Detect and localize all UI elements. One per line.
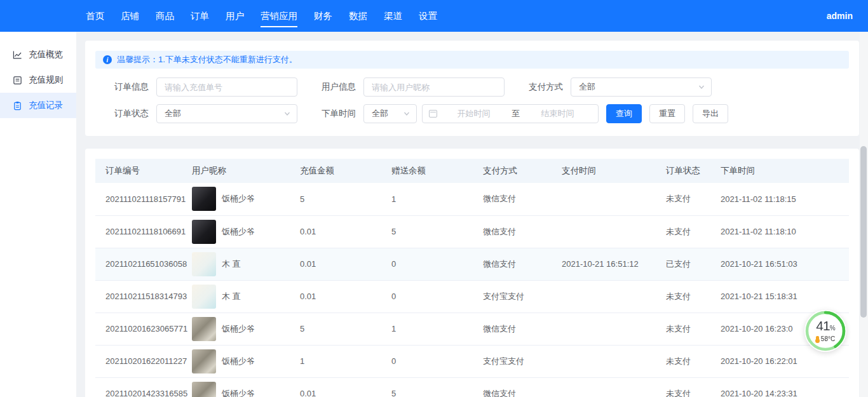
nav-item-home[interactable]: 首页 bbox=[78, 0, 112, 32]
pay-method-cell: 微信支付 bbox=[483, 377, 562, 397]
start-time-placeholder[interactable]: 开始时间 bbox=[440, 108, 508, 119]
bonus-cell: 0 bbox=[391, 345, 483, 377]
reset-button[interactable]: 重置 bbox=[649, 104, 685, 123]
table-row[interactable]: 202110211518314793 木 直 0.01 0 支付宝支付 未支付 … bbox=[95, 280, 849, 313]
pay-time-cell bbox=[562, 183, 666, 215]
amount-cell: 0.01 bbox=[300, 248, 391, 280]
bonus-cell: 0 bbox=[391, 248, 483, 280]
pay-time-cell bbox=[562, 313, 666, 345]
nav-item-finance[interactable]: 财务 bbox=[306, 0, 341, 32]
table-row[interactable]: 202110201622011227 饭桶少爷 1 0 支付宝支付 未支付 20… bbox=[95, 345, 849, 377]
main-content: i 温馨提示：1.下单未支付状态不能重新进行支付。 订单信息 用户信息 支付方式… bbox=[76, 32, 868, 397]
pay-method-label: 支付方式 bbox=[527, 81, 563, 93]
table-header-row: 订单编号 用户昵称 充值金额 赠送余额 支付方式 支付时间 订单状态 下单时间 bbox=[95, 159, 849, 183]
col-nickname: 用户昵称 bbox=[192, 159, 300, 183]
status-cell: 未支付 bbox=[666, 377, 721, 397]
pay-time-cell: 2021-10-21 16:51:12 bbox=[562, 248, 666, 280]
info-icon: i bbox=[103, 55, 112, 64]
system-monitor-widget[interactable]: 41% 58°C bbox=[804, 310, 846, 352]
order-no-cell: 202110201622011227 bbox=[95, 345, 192, 377]
order-info-label: 订单信息 bbox=[113, 81, 149, 93]
rules-doc-icon bbox=[13, 76, 22, 85]
pay-time-cell bbox=[562, 215, 666, 248]
nickname: 木 直 bbox=[222, 291, 241, 302]
search-button[interactable]: 查询 bbox=[606, 104, 642, 123]
page-scrollbar-thumb[interactable] bbox=[860, 146, 867, 318]
bonus-cell: 1 bbox=[391, 313, 483, 345]
order-time-label: 下单时间 bbox=[320, 108, 356, 119]
order-time-select[interactable]: 全部 bbox=[363, 104, 417, 123]
date-range-picker[interactable]: 开始时间 至 结束时间 bbox=[422, 104, 599, 123]
order-info-input[interactable] bbox=[156, 77, 297, 97]
pay-method-cell: 微信支付 bbox=[483, 248, 562, 280]
sidebar-item-label: 充值记录 bbox=[29, 100, 63, 111]
nav-item-marketing-apps[interactable]: 营销应用 bbox=[252, 0, 306, 32]
pay-time-cell bbox=[562, 280, 666, 313]
avatar bbox=[192, 285, 216, 309]
nav-item-goods[interactable]: 商品 bbox=[147, 0, 182, 32]
order-time-cell: 2021-10-21 16:51:03 bbox=[721, 248, 849, 280]
sidebar-item-label: 充值规则 bbox=[29, 74, 63, 86]
bonus-cell: 5 bbox=[391, 215, 483, 248]
sidebar: 充值概览 充值规则 充值记录 bbox=[0, 32, 76, 397]
page-scrollbar-track[interactable] bbox=[860, 32, 868, 397]
user-info-input[interactable] bbox=[363, 77, 505, 97]
chevron-down-icon bbox=[698, 84, 705, 90]
col-amount: 充值金额 bbox=[300, 159, 391, 183]
order-time-value: 全部 bbox=[372, 108, 388, 119]
export-button[interactable]: 导出 bbox=[693, 104, 728, 123]
admin-user-menu[interactable]: admin bbox=[827, 11, 853, 21]
user-info-label: 用户信息 bbox=[320, 81, 356, 93]
status-cell: 未支付 bbox=[666, 183, 721, 215]
pay-method-cell: 微信支付 bbox=[483, 183, 562, 215]
col-bonus: 赠送余额 bbox=[391, 159, 483, 183]
table-row[interactable]: 202110201423316585 饭桶少爷 0.01 5 微信支付 未支付 … bbox=[95, 377, 849, 397]
order-status-select[interactable]: 全部 bbox=[156, 104, 297, 123]
order-no-cell: 202111021118157791 bbox=[95, 183, 192, 215]
bonus-cell: 1 bbox=[391, 183, 483, 215]
col-status: 订单状态 bbox=[666, 159, 721, 183]
pay-method-cell: 支付宝支付 bbox=[483, 345, 562, 377]
pay-method-cell: 微信支付 bbox=[483, 313, 562, 345]
table-row[interactable]: 202111021118157791 饭桶少爷 5 1 微信支付 未支付 202… bbox=[95, 183, 849, 215]
avatar bbox=[192, 220, 216, 244]
avatar bbox=[192, 382, 216, 397]
table-row[interactable]: 202111021118106691 饭桶少爷 0.01 5 微信支付 未支付 … bbox=[95, 215, 849, 248]
nav-item-channels[interactable]: 渠道 bbox=[376, 0, 410, 32]
tip-text: 温馨提示：1.下单未支付状态不能重新进行支付。 bbox=[117, 54, 297, 65]
nav-item-settings[interactable]: 设置 bbox=[410, 0, 445, 32]
monitor-temperature: 58°C bbox=[816, 335, 835, 342]
pay-method-select[interactable]: 全部 bbox=[571, 77, 712, 97]
sidebar-item-recharge-overview[interactable]: 充值概览 bbox=[0, 42, 76, 67]
status-cell: 未支付 bbox=[666, 345, 721, 377]
tip-banner: i 温馨提示：1.下单未支付状态不能重新进行支付。 bbox=[95, 51, 849, 69]
sidebar-item-recharge-rules[interactable]: 充值规则 bbox=[0, 67, 76, 93]
col-pay-time: 支付时间 bbox=[562, 159, 666, 183]
pay-time-cell bbox=[562, 345, 666, 377]
table-row[interactable]: 202110211651036058 木 直 0.01 0 微信支付 2021-… bbox=[95, 248, 849, 280]
order-status-label: 订单状态 bbox=[113, 108, 149, 119]
records-clipboard-icon bbox=[13, 101, 22, 111]
amount-cell: 0.01 bbox=[300, 215, 391, 248]
order-time-cell: 2021-11-02 11:18:15 bbox=[721, 183, 849, 215]
avatar bbox=[192, 187, 216, 211]
chart-overview-icon bbox=[13, 50, 22, 60]
nav-item-orders[interactable]: 订单 bbox=[182, 0, 217, 32]
end-time-placeholder[interactable]: 结束时间 bbox=[524, 108, 592, 119]
bonus-cell: 0 bbox=[391, 280, 483, 313]
amount-cell: 1 bbox=[300, 345, 391, 377]
col-order-no: 订单编号 bbox=[95, 159, 192, 183]
order-status-value: 全部 bbox=[165, 108, 181, 119]
pay-method-cell: 支付宝支付 bbox=[483, 280, 562, 313]
pay-method-value: 全部 bbox=[579, 81, 595, 93]
nav-item-users[interactable]: 用户 bbox=[217, 0, 252, 32]
nickname: 饭桶少爷 bbox=[222, 356, 255, 367]
sidebar-item-recharge-records[interactable]: 充值记录 bbox=[0, 93, 76, 118]
nickname: 饭桶少爷 bbox=[222, 388, 255, 397]
nav-item-shop[interactable]: 店铺 bbox=[112, 0, 147, 32]
table-row[interactable]: 202110201623065771 饭桶少爷 5 1 微信支付 未支付 202… bbox=[95, 313, 849, 345]
order-time-cell: 2021-10-21 15:18:31 bbox=[721, 280, 849, 313]
order-no-cell: 202110211651036058 bbox=[95, 248, 192, 280]
nav-item-data[interactable]: 数据 bbox=[341, 0, 376, 32]
status-cell: 未支付 bbox=[666, 280, 721, 313]
